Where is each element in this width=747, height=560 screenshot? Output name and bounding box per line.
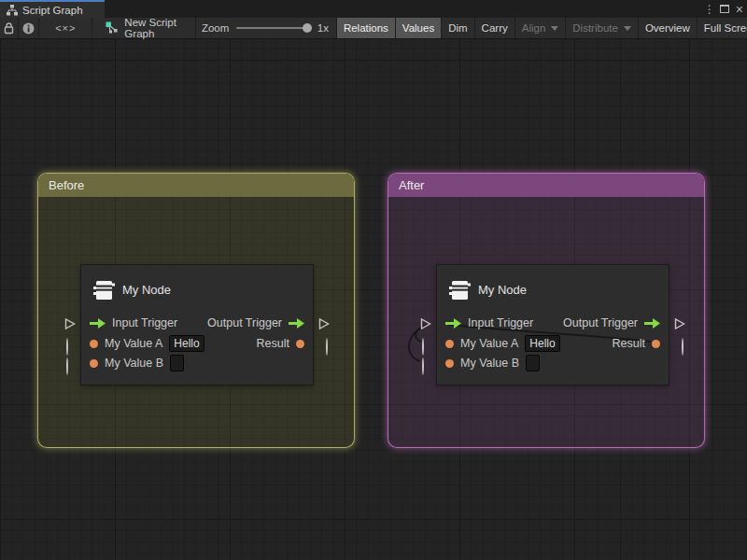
group-after-header[interactable]: After: [388, 174, 704, 197]
title-bar: Script Graph ⋮ ×: [0, 0, 747, 18]
graph-hierarchy-icon: [7, 5, 18, 16]
zoom-slider[interactable]: [236, 27, 309, 29]
value-port-dot-icon: [445, 340, 454, 348]
port-label: Output Trigger: [207, 316, 282, 329]
port-row-trigger: Input Trigger Output Trigger: [437, 314, 669, 332]
code-preview-icon: <×>: [55, 22, 76, 34]
close-icon[interactable]: ×: [736, 5, 743, 14]
flow-arrow-icon: [644, 318, 660, 329]
group-after[interactable]: After My Node: [388, 173, 705, 448]
port-row-trigger: Input Trigger Output Trigger: [81, 314, 313, 332]
lock-icon: [4, 22, 14, 35]
toolbar-toggles: Relations Values Dim Carry Align Distrib…: [337, 18, 747, 38]
value-input-port[interactable]: [422, 339, 424, 356]
lock-button[interactable]: [0, 18, 19, 38]
zoom-control: Zoom 1x: [196, 18, 337, 38]
value-port-dot-icon: [652, 340, 660, 348]
node-my-node-after[interactable]: My Node Input Trigger Output Trigger: [436, 264, 669, 385]
port-label: My Value A: [105, 337, 162, 350]
full-screen-button[interactable]: Full Screen: [698, 18, 747, 38]
flow-output-port[interactable]: [318, 316, 330, 333]
zoom-slider-knob[interactable]: [303, 23, 312, 33]
dim-toggle[interactable]: Dim: [442, 18, 474, 38]
align-dropdown[interactable]: Align: [515, 18, 567, 38]
port-label: Output Trigger: [563, 316, 638, 329]
value-b-input[interactable]: [526, 355, 540, 371]
carry-toggle[interactable]: Carry: [475, 18, 515, 38]
group-before-header[interactable]: Before: [38, 174, 354, 197]
graph-name-label: New Script Graph: [124, 17, 195, 39]
port-label: My Value B: [105, 357, 163, 370]
new-script-graph-icon: [106, 21, 119, 35]
port-row-value-a: My Value A Hello Result: [81, 334, 313, 353]
flow-arrow-icon: [445, 318, 461, 329]
zoom-value: 1x: [317, 22, 329, 34]
group-title: After: [399, 178, 424, 192]
distribute-dropdown[interactable]: Distribute: [566, 18, 639, 38]
chevron-down-icon: [624, 26, 631, 31]
node-header: My Node: [437, 265, 669, 306]
script-graph-window: Script Graph ⋮ ×: [0, 0, 747, 560]
value-port-dot-icon: [296, 340, 304, 348]
value-output-port[interactable]: [682, 339, 684, 356]
values-toggle[interactable]: Values: [396, 18, 442, 38]
value-port-dot-icon: [90, 359, 98, 368]
node-title: My Node: [122, 283, 171, 297]
port-row-value-b: My Value B: [81, 354, 313, 372]
maximize-icon[interactable]: [720, 5, 729, 13]
port-row-value-b: My Value B: [437, 354, 669, 372]
unit-node-icon: [447, 279, 471, 301]
port-label: Input Trigger: [468, 316, 533, 329]
tab-script-graph[interactable]: Script Graph: [0, 0, 105, 18]
port-label: Result: [257, 337, 289, 350]
zoom-label: Zoom: [202, 22, 229, 34]
graph-canvas[interactable]: Before My Node: [0, 39, 747, 560]
flow-output-port[interactable]: [674, 316, 685, 333]
code-preview-button[interactable]: <×>: [39, 18, 92, 38]
flow-arrow-icon: [90, 318, 106, 329]
value-output-port[interactable]: [326, 339, 328, 356]
value-a-input[interactable]: Hello: [169, 335, 204, 352]
value-a-input[interactable]: Hello: [525, 335, 559, 352]
flow-input-port[interactable]: [420, 316, 431, 333]
graph-toolbar: <×> New Script Graph Zoom 1x Relations V…: [0, 18, 747, 39]
window-controls: ⋮ ×: [704, 0, 743, 18]
port-label: Result: [613, 337, 645, 350]
node-header: My Node: [81, 265, 313, 306]
flow-arrow-icon: [289, 318, 304, 329]
port-label: My Value A: [460, 337, 518, 350]
overview-button[interactable]: Overview: [639, 18, 698, 38]
node-title: My Node: [478, 283, 527, 297]
group-title: Before: [49, 178, 84, 192]
value-b-input[interactable]: [170, 355, 184, 371]
value-port-dot-icon: [90, 340, 98, 348]
port-label: My Value B: [460, 357, 519, 370]
value-input-port[interactable]: [66, 339, 68, 356]
flow-input-port[interactable]: [64, 316, 76, 333]
value-input-port[interactable]: [66, 358, 68, 375]
graph-breadcrumb[interactable]: New Script Graph: [92, 18, 196, 38]
menu-kebab-icon[interactable]: ⋮: [704, 3, 713, 16]
node-my-node-before[interactable]: My Node Input Trigger Output Trigger: [80, 264, 314, 385]
unit-node-icon: [92, 279, 115, 301]
value-port-dot-icon: [445, 359, 454, 368]
relations-toggle[interactable]: Relations: [337, 18, 396, 38]
value-input-port[interactable]: [422, 358, 424, 375]
tab-label: Script Graph: [22, 5, 83, 16]
group-before[interactable]: Before My Node: [37, 173, 355, 448]
info-icon: [22, 22, 35, 35]
port-row-value-a: My Value A Hello Result: [437, 334, 669, 353]
port-label: Input Trigger: [112, 316, 177, 329]
chevron-down-icon: [551, 26, 558, 31]
info-button[interactable]: [19, 18, 39, 38]
